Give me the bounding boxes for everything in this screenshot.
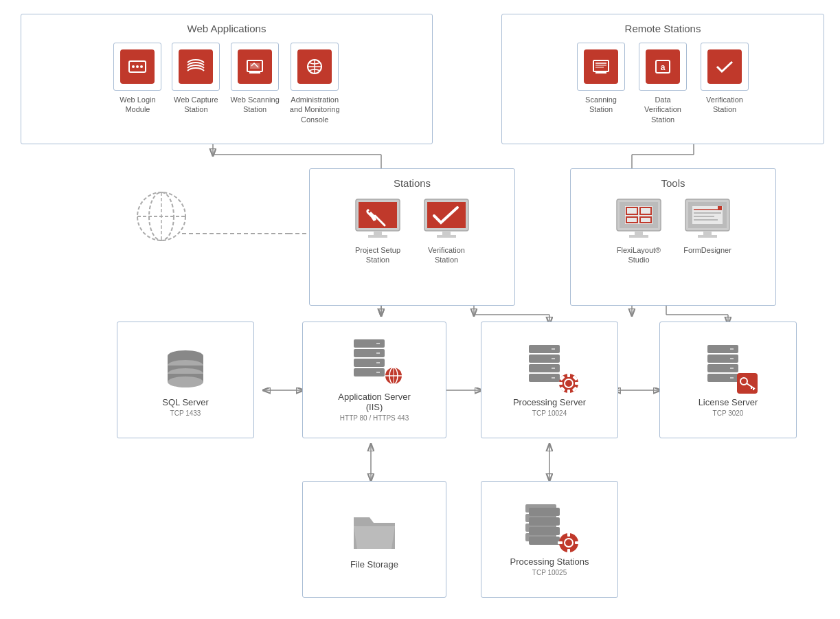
svg-rect-50	[442, 231, 451, 235]
processing-server-label: Processing Server	[513, 397, 586, 407]
svg-text:a: a	[661, 63, 666, 72]
processing-stations-gear	[557, 531, 580, 554]
svg-rect-111	[707, 374, 738, 382]
file-storage-label: File Storage	[350, 559, 398, 570]
svg-rect-108	[707, 345, 738, 353]
verify-station-label: VerificationStation	[706, 95, 743, 115]
tools-title: Tools	[581, 177, 765, 189]
web-apps-title: Web Applications	[32, 23, 422, 34]
verification-station-remote: VerificationStation	[701, 43, 749, 124]
web-login-module: Web LoginModule	[113, 43, 161, 124]
remote-stations-box: Remote Stations ScanningStation	[501, 14, 824, 144]
app-server-icon-area	[350, 338, 398, 386]
processing-server-sub: TCP 10024	[532, 409, 567, 417]
project-setup-label: Project SetupStation	[355, 245, 400, 265]
globe-icon-area	[130, 185, 192, 247]
data-verify-label: DataVerificationStation	[644, 95, 681, 124]
form-monitor	[680, 198, 735, 245]
sql-server-label: SQL Server	[162, 397, 208, 407]
svg-rect-100	[567, 372, 570, 377]
scanning-station: ScanningStation	[577, 43, 625, 124]
verify-station-icon	[707, 49, 742, 84]
sql-server-box: SQL Server TCP 1433	[117, 322, 254, 438]
sql-server-icon	[161, 344, 209, 392]
project-setup-monitor	[350, 198, 405, 245]
svg-rect-69	[703, 231, 712, 235]
svg-rect-132	[567, 549, 570, 554]
web-applications-box: Web Applications Web LoginModule	[21, 14, 433, 144]
svg-rect-79	[354, 349, 385, 357]
admin-icon	[297, 49, 332, 84]
scanning-station-icon	[584, 49, 618, 84]
license-server-label: License Server	[699, 397, 758, 407]
svg-rect-70	[698, 235, 717, 238]
svg-rect-46	[374, 231, 382, 235]
svg-rect-92	[529, 364, 560, 372]
svg-rect-47	[368, 235, 387, 238]
processing-server-icon-area	[525, 344, 574, 392]
svg-rect-110	[707, 364, 738, 372]
svg-rect-103	[575, 382, 580, 385]
svg-point-21	[132, 65, 135, 68]
scanning-station-label: ScanningStation	[585, 95, 617, 115]
remote-stations-title: Remote Stations	[512, 23, 813, 34]
svg-rect-91	[529, 354, 560, 363]
svg-rect-109	[707, 354, 738, 363]
flexi-label: FlexiLayout®Studio	[617, 245, 661, 265]
svg-rect-59	[635, 231, 643, 235]
data-verification-station: a DataVerificationStation	[639, 43, 687, 124]
license-server-sub: TCP 3020	[713, 409, 744, 417]
svg-rect-134	[575, 541, 580, 544]
svg-rect-31	[593, 60, 609, 71]
admin-icon-box	[291, 43, 339, 91]
svg-rect-81	[354, 368, 385, 376]
svg-rect-68	[718, 206, 722, 210]
verification-station-inner: VerificationStation	[419, 197, 474, 265]
web-capture-icon	[179, 49, 213, 84]
app-server-box: Application Server(IIS) HTTP 80 / HTTPS …	[302, 322, 446, 438]
flexilayout-studio: FlexiLayout®Studio	[611, 197, 666, 265]
svg-point-77	[168, 376, 203, 387]
form-designer: FormDesigner	[680, 197, 735, 265]
svg-rect-102	[558, 382, 563, 385]
web-login-label: Web LoginModule	[120, 95, 155, 115]
svg-point-22	[136, 65, 139, 68]
app-server-sub: HTTP 80 / HTTPS 443	[340, 414, 409, 422]
app-server-icon	[350, 338, 388, 386]
project-setup-icon	[350, 197, 405, 245]
processing-stations-icon-area	[522, 503, 577, 551]
flexi-monitor	[611, 198, 666, 245]
flexi-icon	[611, 197, 666, 245]
verification-inner-icon	[419, 197, 474, 245]
project-setup-station: Project SetupStation	[350, 197, 405, 265]
svg-rect-125	[529, 508, 560, 516]
web-scanning-label: Web ScanningStation	[230, 95, 279, 115]
sql-server-sub: TCP 1433	[170, 409, 201, 417]
verify-monitor	[419, 198, 474, 245]
stations-title: Stations	[320, 177, 504, 189]
web-scanning-icon-box	[231, 43, 279, 91]
processing-stations-sub: TCP 10025	[532, 569, 567, 576]
svg-rect-93	[529, 374, 560, 382]
svg-rect-133	[558, 541, 563, 544]
web-login-icon	[120, 49, 155, 84]
tools-box: Tools	[570, 168, 776, 306]
svg-rect-90	[529, 345, 560, 353]
web-scanning-station: Web ScanningStation	[230, 43, 279, 124]
svg-rect-60	[629, 235, 648, 238]
processing-server-gear	[557, 372, 580, 395]
app-server-label: Application Server(IIS)	[338, 392, 411, 412]
license-server-key	[736, 372, 759, 395]
architecture-diagram: Web Applications Web LoginModule	[0, 0, 840, 619]
processing-server-box: Processing Server TCP 10024	[481, 322, 618, 438]
svg-rect-78	[354, 339, 385, 348]
svg-rect-127	[529, 527, 560, 535]
form-icon	[680, 197, 735, 245]
svg-rect-101	[567, 390, 570, 394]
svg-rect-80	[354, 359, 385, 367]
svg-rect-32	[595, 72, 606, 74]
verification-inner-label: VerificationStation	[428, 245, 465, 265]
web-capture-label: Web CaptureStation	[174, 95, 218, 115]
license-server-icon-area	[704, 344, 752, 392]
file-storage-icon	[350, 509, 398, 554]
